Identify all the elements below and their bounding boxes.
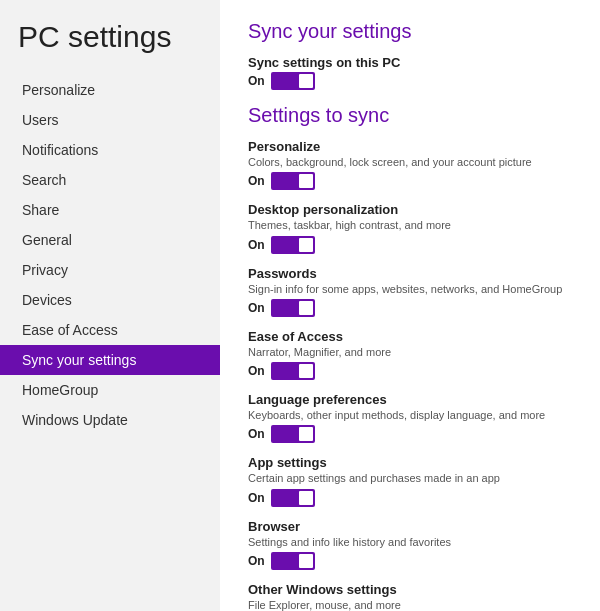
- setting-item: PasswordsSign-in info for some apps, web…: [248, 266, 576, 317]
- toggle-switch[interactable]: [271, 299, 315, 317]
- sidebar-item-users[interactable]: Users: [18, 105, 220, 135]
- setting-desc: Colors, background, lock screen, and you…: [248, 155, 576, 169]
- setting-name: Passwords: [248, 266, 576, 281]
- section-title-sync-settings: Sync your settings: [248, 20, 576, 43]
- sidebar-item-windows-update[interactable]: Windows Update: [18, 405, 220, 435]
- setting-name: Sync settings on this PC: [248, 55, 576, 70]
- setting-item: BrowserSettings and info like history an…: [248, 519, 576, 570]
- setting-name: Browser: [248, 519, 576, 534]
- sidebar-item-share[interactable]: Share: [18, 195, 220, 225]
- setting-name: Desktop personalization: [248, 202, 576, 217]
- setting-desc: Narrator, Magnifier, and more: [248, 345, 576, 359]
- setting-desc: Themes, taskbar, high contrast, and more: [248, 218, 576, 232]
- setting-name: Personalize: [248, 139, 576, 154]
- setting-desc: Keyboards, other input methods, display …: [248, 408, 576, 422]
- sidebar-item-personalize[interactable]: Personalize: [18, 75, 220, 105]
- section-title-settings-to-sync: Settings to sync: [248, 104, 576, 127]
- sidebar: PC settings PersonalizeUsersNotification…: [0, 0, 220, 611]
- toggle-label: On: [248, 491, 265, 505]
- toggle-label: On: [248, 238, 265, 252]
- toggle-switch[interactable]: [271, 362, 315, 380]
- sidebar-item-devices[interactable]: Devices: [18, 285, 220, 315]
- setting-name: App settings: [248, 455, 576, 470]
- sidebar-nav: PersonalizeUsersNotificationsSearchShare…: [18, 75, 220, 435]
- sidebar-item-search[interactable]: Search: [18, 165, 220, 195]
- toggle-row: On: [248, 172, 576, 190]
- setting-desc: Sign-in info for some apps, websites, ne…: [248, 282, 576, 296]
- sidebar-item-general[interactable]: General: [18, 225, 220, 255]
- sidebar-item-sync-your-settings[interactable]: Sync your settings: [0, 345, 220, 375]
- toggle-switch[interactable]: [271, 236, 315, 254]
- setting-item: Language preferencesKeyboards, other inp…: [248, 392, 576, 443]
- setting-name: Language preferences: [248, 392, 576, 407]
- setting-desc: Settings and info like history and favor…: [248, 535, 576, 549]
- app-title: PC settings: [18, 20, 220, 53]
- setting-name: Other Windows settings: [248, 582, 576, 597]
- toggle-label: On: [248, 74, 265, 88]
- setting-item: Ease of AccessNarrator, Magnifier, and m…: [248, 329, 576, 380]
- toggle-row: On: [248, 299, 576, 317]
- toggle-label: On: [248, 427, 265, 441]
- toggle-switch[interactable]: [271, 425, 315, 443]
- toggle-switch[interactable]: [271, 552, 315, 570]
- toggle-row: On: [248, 552, 576, 570]
- setting-item: PersonalizeColors, background, lock scre…: [248, 139, 576, 190]
- toggle-row: On: [248, 236, 576, 254]
- toggle-switch[interactable]: [271, 172, 315, 190]
- sidebar-item-notifications[interactable]: Notifications: [18, 135, 220, 165]
- toggle-row: On: [248, 489, 576, 507]
- setting-item: Sync settings on this PCOn: [248, 55, 576, 90]
- toggle-label: On: [248, 364, 265, 378]
- toggle-row: On: [248, 425, 576, 443]
- setting-item: Desktop personalizationThemes, taskbar, …: [248, 202, 576, 253]
- sidebar-item-ease-of-access[interactable]: Ease of Access: [18, 315, 220, 345]
- setting-desc: Certain app settings and purchases made …: [248, 471, 576, 485]
- setting-item: App settingsCertain app settings and pur…: [248, 455, 576, 506]
- toggle-label: On: [248, 554, 265, 568]
- setting-item: Other Windows settingsFile Explorer, mou…: [248, 582, 576, 611]
- main-content: Sync your settingsSync settings on this …: [220, 0, 600, 611]
- toggle-row: On: [248, 72, 576, 90]
- toggle-switch[interactable]: [271, 489, 315, 507]
- sidebar-item-privacy[interactable]: Privacy: [18, 255, 220, 285]
- sidebar-item-homegroup[interactable]: HomeGroup: [18, 375, 220, 405]
- setting-name: Ease of Access: [248, 329, 576, 344]
- toggle-label: On: [248, 174, 265, 188]
- toggle-row: On: [248, 362, 576, 380]
- setting-desc: File Explorer, mouse, and more: [248, 598, 576, 611]
- toggle-switch[interactable]: [271, 72, 315, 90]
- toggle-label: On: [248, 301, 265, 315]
